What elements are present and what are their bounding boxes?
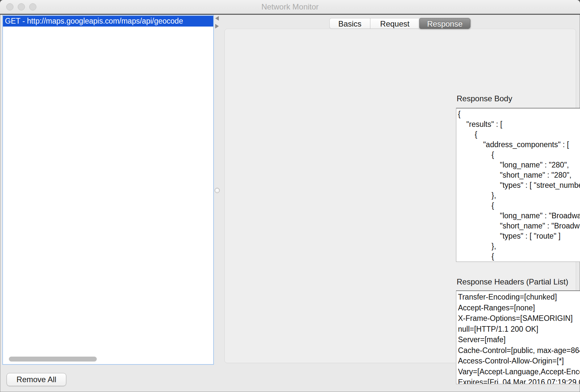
response-headers-text: Transfer-Encoding=[chunked] Accept-Range…	[456, 291, 580, 384]
response-body-textarea[interactable]: { "results" : [ { "address_components" :…	[456, 108, 580, 262]
response-body-label: Response Body	[457, 94, 512, 103]
response-headers-textarea[interactable]: Transfer-Encoding=[chunked] Accept-Range…	[456, 290, 580, 384]
horizontal-scrollbar-thumb[interactable]	[9, 357, 97, 362]
remove-all-button[interactable]: Remove All	[7, 373, 66, 386]
split-collapse-left-arrow-icon[interactable]	[215, 16, 219, 21]
window-title: Network Monitor	[0, 0, 580, 14]
request-list-item-selected[interactable]: GET - http://maps.googleapis.com/maps/ap…	[3, 16, 213, 27]
tab-bar: Basics Request Response	[329, 18, 470, 29]
response-body-text: { "results" : [ { "address_components" :…	[456, 108, 580, 262]
title-bar: Network Monitor	[0, 0, 580, 14]
tab-response[interactable]: Response	[419, 18, 470, 29]
tab-content-pane: Response Body { "results" : [ { "address…	[224, 29, 576, 363]
tab-request[interactable]: Request	[370, 18, 419, 29]
request-list[interactable]: GET - http://maps.googleapis.com/maps/ap…	[2, 15, 214, 365]
tab-basics[interactable]: Basics	[329, 18, 370, 29]
split-collapse-right-arrow-icon[interactable]	[215, 24, 219, 29]
split-divider-handle[interactable]	[215, 188, 220, 193]
response-headers-label: Response Headers (Partial List)	[457, 277, 568, 286]
network-monitor-window: Network Monitor GET - http://maps.google…	[0, 0, 580, 392]
